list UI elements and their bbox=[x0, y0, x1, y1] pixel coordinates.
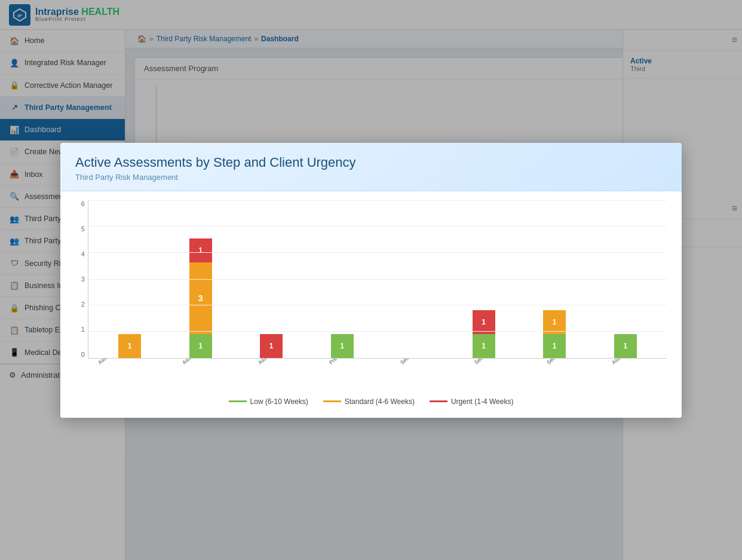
x-label-4: Pre-Assessment Response bbox=[328, 359, 397, 384]
bar-seg-6-urg: 1 bbox=[473, 310, 495, 334]
bars-container: 1 1 3 1 bbox=[88, 200, 667, 359]
y-label-4: 4 bbox=[81, 250, 85, 258]
chart-plot-area: 1 1 3 1 bbox=[88, 200, 667, 391]
x-label-2: Assessment Request Review bbox=[181, 359, 254, 384]
modal-body: 6 5 4 3 2 1 0 bbox=[60, 191, 682, 418]
x-label-6: Self-Assessment Response bbox=[473, 359, 543, 384]
y-label-3: 3 bbox=[81, 276, 85, 283]
chart-legend: Low (6-10 Weeks) Standard (4-6 Weeks) Ur… bbox=[75, 397, 667, 406]
bar-seg-6-low: 1 bbox=[473, 334, 495, 358]
legend-standard: Standard (4-6 Weeks) bbox=[323, 397, 415, 406]
x-label-5: Self-Assessment Generation bbox=[399, 359, 471, 384]
bar-group-7: 1 1 bbox=[522, 310, 587, 358]
bar-stack-6: 1 1 bbox=[473, 310, 495, 358]
legend-label-standard: Standard (4-6 Weeks) bbox=[345, 397, 415, 406]
bar-seg-2-low: 1 bbox=[189, 334, 212, 358]
x-label-7: Self-Assessment Review bbox=[545, 359, 611, 384]
y-label-1: 1 bbox=[81, 326, 85, 333]
bar-group-3: 1 bbox=[239, 334, 304, 358]
legend-label-urgent: Urgent (1-4 Weeks) bbox=[451, 397, 513, 406]
bar-seg-7-low: 1 bbox=[543, 334, 566, 358]
grid-line-6 bbox=[88, 200, 667, 201]
legend-color-standard bbox=[323, 400, 341, 402]
modal-subtitle: Third Party Risk Management bbox=[75, 173, 667, 182]
x-labels-row: Assessment Request Origination Assessmen… bbox=[88, 359, 667, 391]
modal-title: Active Assessments by Step and Client Ur… bbox=[75, 155, 667, 170]
bar-seg-1-std: 1 bbox=[118, 334, 141, 358]
x-label-8: Assessment Report bbox=[611, 359, 666, 384]
bar-seg-4-low: 1 bbox=[331, 334, 354, 358]
bar-stack-8: 1 bbox=[614, 334, 637, 358]
bar-stack-4: 1 bbox=[331, 334, 354, 358]
legend-color-urgent bbox=[430, 400, 447, 402]
y-label-6: 6 bbox=[81, 200, 85, 207]
bar-stack-1: 1 bbox=[118, 334, 141, 358]
x-label-3: Assessment Project Kickoff bbox=[257, 359, 326, 384]
bar-group-2: 1 3 1 bbox=[168, 238, 233, 358]
modal-chart: 6 5 4 3 2 1 0 bbox=[75, 200, 667, 391]
y-label-0: 0 bbox=[81, 351, 85, 358]
grid-line-5 bbox=[88, 226, 667, 227]
bar-seg-2-urg: 1 bbox=[189, 238, 212, 262]
bar-stack-2: 1 3 1 bbox=[189, 238, 212, 358]
legend-low: Low (6-10 Weeks) bbox=[229, 397, 308, 406]
y-label-5: 5 bbox=[81, 225, 85, 232]
bar-group-4: 1 bbox=[309, 334, 375, 358]
bar-seg-7-std: 1 bbox=[543, 310, 566, 334]
legend-label-low: Low (6-10 Weeks) bbox=[250, 397, 308, 406]
bar-seg-2-std: 3 bbox=[189, 262, 212, 334]
y-label-2: 2 bbox=[81, 301, 85, 308]
y-axis: 6 5 4 3 2 1 0 bbox=[75, 200, 88, 391]
x-label-1: Assessment Request Origination bbox=[97, 359, 176, 384]
bar-group-6: 1 1 bbox=[451, 310, 516, 358]
bar-stack-3: 1 bbox=[260, 334, 283, 358]
bar-seg-3-urg: 1 bbox=[260, 334, 283, 358]
bar-stack-7: 1 1 bbox=[543, 310, 566, 358]
modal-overlay[interactable]: Active Assessments by Step and Client Ur… bbox=[0, 0, 742, 560]
modal-header: Active Assessments by Step and Client Ur… bbox=[60, 143, 682, 191]
bar-group-8: 1 bbox=[593, 334, 658, 358]
legend-color-low bbox=[229, 400, 247, 402]
legend-urgent: Urgent (1-4 Weeks) bbox=[430, 397, 513, 406]
modal: Active Assessments by Step and Client Ur… bbox=[60, 143, 682, 418]
bar-seg-8-low: 1 bbox=[614, 334, 637, 358]
bar-group-1: 1 bbox=[97, 334, 162, 358]
